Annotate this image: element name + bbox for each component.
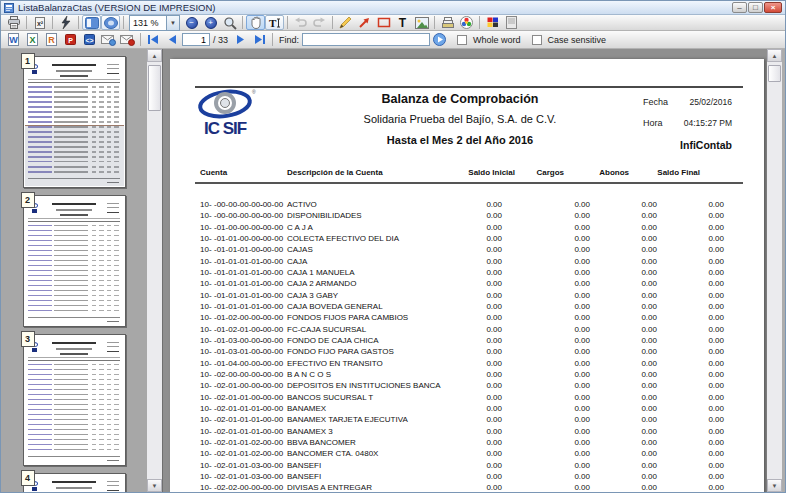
scroll-down-icon[interactable]: ▼ bbox=[767, 479, 782, 492]
email-report-button[interactable] bbox=[99, 32, 118, 47]
fecha-value: 25/02/2016 bbox=[656, 97, 732, 107]
toggle-preview-button[interactable] bbox=[101, 15, 120, 30]
thumbnail-scrollbar[interactable]: ▲ ▼ bbox=[147, 49, 162, 492]
export-word-button[interactable]: W bbox=[4, 32, 23, 47]
export-xml-button[interactable]: <> bbox=[80, 32, 99, 47]
case-sensitive-label: Case sensitive bbox=[548, 35, 607, 45]
properties-button[interactable] bbox=[502, 15, 521, 30]
whole-word-checkbox[interactable] bbox=[457, 35, 467, 45]
table-row: 10- -01-03-00-00- -00-00 FONDO DE CAJA C… bbox=[170, 335, 764, 346]
table-row: 10- -01-01-01-00- -00-00 CAJAS 0.00 0.00… bbox=[170, 244, 764, 255]
zoom-tool-button[interactable] bbox=[220, 15, 239, 30]
page-thumbnail[interactable]: 3 bbox=[23, 334, 126, 466]
scroll-up-icon[interactable]: ▲ bbox=[767, 49, 782, 62]
toggle-group-tree-button[interactable] bbox=[82, 15, 101, 30]
table-row: 10- -00-00-00-00- -00-00 DISPONIBILIDADE… bbox=[170, 210, 764, 221]
table-row: 10- -02-01-00-00- -00-00 DEPOSITOS EN IN… bbox=[170, 380, 764, 391]
color-palette-button[interactable] bbox=[483, 15, 502, 30]
export-excel-button[interactable]: X bbox=[23, 32, 42, 47]
table-row: 10- -01-04-00-00- -00-00 EFECTIVO EN TRA… bbox=[170, 358, 764, 369]
svg-text:x²: x² bbox=[36, 20, 43, 27]
prev-page-button[interactable] bbox=[163, 32, 182, 47]
draw-arrow-button[interactable] bbox=[355, 15, 374, 30]
page-thumbnail[interactable]: 4 bbox=[23, 473, 126, 492]
color-wheel-button[interactable] bbox=[457, 15, 476, 30]
thumbnail-page[interactable] bbox=[23, 56, 126, 188]
hand-icon bbox=[250, 16, 262, 29]
pan-button[interactable] bbox=[246, 15, 265, 30]
export-rtf-button[interactable]: R bbox=[42, 32, 61, 47]
preview-scrollbar[interactable]: ▲ ▼ bbox=[767, 49, 782, 492]
maximize-button[interactable]: □ bbox=[748, 2, 763, 13]
scroll-up-icon[interactable]: ▲ bbox=[147, 49, 162, 62]
preview-icon bbox=[104, 17, 118, 29]
separator bbox=[287, 16, 288, 29]
main-toolbar: x² 131 % ▼ − + T bbox=[1, 15, 785, 31]
envelope-globe-icon bbox=[101, 34, 116, 46]
close-button[interactable]: × bbox=[764, 2, 782, 13]
next-page-icon bbox=[234, 34, 247, 45]
table-row: 10- -01-01-00-00- -00-00 COLECTA EFECTIV… bbox=[170, 233, 764, 244]
page-number-input[interactable] bbox=[182, 33, 210, 46]
refresh-button[interactable] bbox=[56, 15, 75, 30]
report-period: Hasta el Mes 2 del Año 2016 bbox=[270, 134, 650, 146]
print-button[interactable] bbox=[4, 15, 23, 30]
draw-rectangle-button[interactable] bbox=[374, 15, 393, 30]
table-row: 10- -02-01-01-00- -00-00 BANCOS SUCURSAL… bbox=[170, 392, 764, 403]
next-page-button[interactable] bbox=[231, 32, 250, 47]
chevron-down-icon[interactable]: ▼ bbox=[166, 16, 179, 30]
visible-area-indicator bbox=[25, 125, 124, 186]
printer-stack-button[interactable] bbox=[438, 15, 457, 30]
pencil-icon bbox=[339, 16, 352, 29]
insert-image-button[interactable] bbox=[412, 15, 431, 30]
app-icon bbox=[4, 3, 14, 13]
thumbnail-panel: 1 bbox=[1, 49, 147, 492]
email-pdf-button[interactable] bbox=[118, 32, 137, 47]
thumbnail-page[interactable] bbox=[23, 195, 126, 327]
scrollbar-thumb[interactable] bbox=[768, 65, 781, 82]
table-row: 10- -02-01-01-01- -00-00 BANAMEX TARJETA… bbox=[170, 414, 764, 425]
zoom-in-button[interactable]: + bbox=[201, 15, 220, 30]
whole-word-label: Whole word bbox=[473, 35, 521, 45]
last-page-button[interactable] bbox=[250, 32, 269, 47]
zoom-in-icon: + bbox=[205, 17, 217, 29]
titlebar: ListaBalanzaCtas (VERSION DE IMPRESION) … bbox=[1, 1, 785, 15]
page-thumbnail[interactable]: 2 bbox=[23, 195, 126, 327]
company-name: Solidaria Prueba del Bajío, S.A. de C.V. bbox=[270, 113, 650, 125]
zoom-combobox[interactable]: 131 % ▼ bbox=[129, 15, 180, 31]
redo-button[interactable] bbox=[310, 15, 329, 30]
scrollbar-thumb[interactable] bbox=[148, 65, 161, 111]
pdf-icon: P bbox=[64, 33, 77, 46]
zoom-value: 131 % bbox=[130, 18, 166, 28]
export-pdf-button[interactable]: P bbox=[61, 32, 80, 47]
table-body: 10- -00-00-00-00- -00-00 ACTIVO 0.00 0.0… bbox=[170, 199, 764, 492]
text-icon: T bbox=[399, 17, 406, 29]
separator bbox=[123, 16, 124, 29]
separator bbox=[26, 16, 27, 29]
window-edge bbox=[782, 49, 786, 492]
svg-text:<>: <> bbox=[85, 37, 93, 44]
scroll-down-icon[interactable]: ▼ bbox=[147, 479, 162, 492]
first-page-button[interactable] bbox=[144, 32, 163, 47]
case-sensitive-checkbox[interactable] bbox=[532, 35, 542, 45]
table-row: 10- -01-03-01-00- -00-00 FONDO FIJO PARA… bbox=[170, 346, 764, 357]
find-next-button[interactable] bbox=[430, 32, 449, 47]
minimize-button[interactable]: – bbox=[732, 2, 747, 13]
thumbnail-page[interactable] bbox=[23, 473, 126, 492]
table-row: 10- -01-01-01-01- -00-00 CAJA 1 MANUELA … bbox=[170, 267, 764, 278]
page-number-badge: 3 bbox=[21, 331, 35, 347]
table-row: 10- -02-01-01-03- -00-00 BANSEFI 0.00 0.… bbox=[170, 471, 764, 482]
separator bbox=[272, 33, 273, 46]
xml-icon: <> bbox=[83, 33, 96, 46]
text-select-button[interactable]: T bbox=[265, 15, 284, 30]
find-input[interactable] bbox=[302, 33, 430, 46]
draw-text-button[interactable]: T bbox=[393, 15, 412, 30]
export-nav-toolbar: W X R P <> / 33 bbox=[1, 31, 785, 49]
draw-pencil-button[interactable] bbox=[336, 15, 355, 30]
page-thumbnail[interactable]: 1 bbox=[23, 56, 126, 188]
zoom-out-button[interactable]: − bbox=[182, 15, 201, 30]
separator bbox=[52, 16, 53, 29]
copies-button[interactable]: x² bbox=[30, 15, 49, 30]
thumbnail-page[interactable] bbox=[23, 334, 126, 466]
undo-button[interactable] bbox=[291, 15, 310, 30]
